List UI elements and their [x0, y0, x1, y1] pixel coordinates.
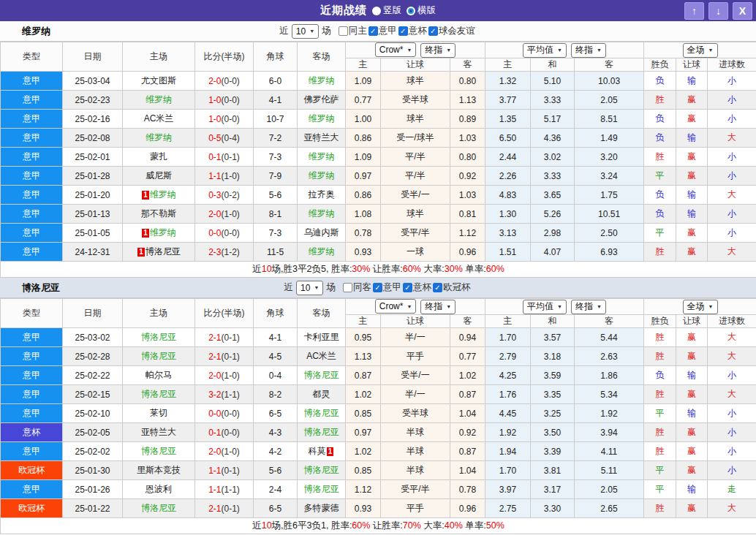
home-team: 亚特兰大 [123, 423, 195, 442]
odds-final-select[interactable]: 终指▼ [420, 43, 456, 58]
team-section-verona: 维罗纳 近 10 ▼ 场 同主✓意甲✓意杯✓球会友谊 类型日期主场比分(半场)角… [0, 21, 756, 278]
col-header-2: 主场 [123, 299, 195, 328]
match-type-badge: 意甲 [1, 129, 63, 148]
match-date: 25-02-01 [63, 148, 123, 167]
result-outcome: 负 [644, 129, 676, 148]
avg-home: 2.75 [485, 499, 531, 518]
avg-source-select[interactable]: 平均值▼ [523, 300, 567, 314]
team-label: 拉齐奥 [309, 189, 335, 200]
filter-checkbox[interactable]: 同客 [343, 281, 371, 294]
match-date: 24-12-31 [63, 243, 123, 262]
chevron-down-icon: ▼ [407, 48, 412, 53]
select-value: Crow* [379, 45, 404, 55]
match-type-badge: 意甲 [1, 385, 63, 404]
filter-checkbox[interactable]: ✓球会友谊 [428, 25, 475, 37]
odds-source-select[interactable]: Crow*▼ [375, 42, 417, 57]
filter-controls: 近 10 ▼ 场 同主✓意甲✓意杯✓球会友谊 [279, 24, 476, 39]
radio-vertical-option[interactable]: 竖版 [372, 4, 401, 17]
result-goals: 小 [708, 366, 756, 385]
radio-horizontal-option[interactable]: 横版 [407, 4, 436, 17]
home-team: 博洛尼亚 [123, 385, 195, 404]
avg-away: 2.65 [575, 499, 644, 518]
scope-select[interactable]: 全场▼ [683, 43, 718, 58]
away-team: 博洛尼亚 [298, 423, 346, 442]
odds-home: 0.85 [346, 404, 381, 423]
match-date: 25-01-13 [63, 205, 123, 224]
odds-away: 0.77 [450, 347, 485, 366]
corner-score: 5-6 [254, 186, 298, 205]
table-row: 欧冠杯25-01-22博洛尼亚2-1(0-1)6-5多特蒙德0.93平手0.96… [1, 499, 756, 518]
select-value: Crow* [379, 301, 404, 311]
avg-final-select[interactable]: 终指▼ [571, 43, 606, 58]
move-down-button[interactable]: ↓ [708, 2, 728, 20]
sub-header-avg: 客 [575, 58, 644, 72]
chevron-down-icon: ▼ [597, 304, 602, 309]
odds-handicap: 受平/半 [381, 480, 450, 499]
match-type-badge: 意甲 [1, 72, 63, 91]
corner-score: 6-5 [254, 404, 298, 423]
filter-checkbox[interactable]: ✓意杯 [398, 25, 427, 37]
recent-count-select[interactable]: 10 ▼ [292, 24, 319, 39]
checkbox-icon [343, 283, 352, 292]
result-goals: 小 [708, 461, 756, 480]
sub-header-avg: 主 [485, 58, 531, 72]
odds-away: 0.92 [450, 167, 485, 186]
halftime-score: (0-1) [222, 352, 240, 362]
red-card-badge: 1 [137, 248, 145, 257]
checkbox-icon: ✓ [373, 283, 382, 292]
league-filter-checks: 同主✓意甲✓意杯✓球会友谊 [339, 25, 477, 37]
match-date: 25-02-16 [63, 110, 123, 129]
home-team: AC米兰 [123, 110, 195, 129]
avg-home: 3.97 [485, 480, 531, 499]
match-score: 1-1(1-1) [195, 480, 254, 499]
odds-home: 0.95 [346, 328, 381, 347]
away-team: 佛罗伦萨 [298, 91, 346, 110]
scope-select[interactable]: 全场▼ [683, 300, 718, 314]
avg-draw: 3.33 [531, 91, 575, 110]
corner-score: 7-3 [254, 148, 298, 167]
team-label: 帕尔马 [145, 370, 172, 380]
filter-checkbox[interactable]: ✓意甲 [368, 25, 397, 37]
filter-checkbox[interactable]: ✓意甲 [373, 281, 401, 294]
chevron-down-icon: ▼ [708, 304, 714, 309]
matches-table-container: 类型日期主场比分(半场)角球客场Crow*▼终指▼平均值▼终指▼全场▼主让球客主… [0, 298, 756, 534]
checkbox-icon: ✓ [398, 26, 408, 36]
odds-away: 0.87 [450, 385, 485, 404]
filter-checkbox[interactable]: ✓欧冠杯 [433, 281, 471, 294]
checkbox-icon: ✓ [428, 26, 438, 36]
filter-checkbox[interactable]: 同主 [339, 25, 367, 37]
fulltime-score: 1-1 [208, 485, 221, 495]
odds-handicap: 受平/半 [381, 224, 450, 243]
result-handicap: 赢 [676, 328, 708, 347]
home-team: 尤文图斯 [123, 72, 195, 91]
odds-source-select[interactable]: Crow*▼ [375, 299, 417, 314]
result-outcome: 胜 [644, 347, 676, 366]
avg-final-select[interactable]: 终指▼ [571, 300, 606, 314]
close-button[interactable]: X [733, 2, 752, 20]
halftime-score: (0-2) [222, 190, 240, 200]
corner-score: 8-1 [254, 205, 298, 224]
result-handicap: 输 [676, 205, 708, 224]
corner-score: 4-5 [254, 347, 298, 366]
match-date: 25-02-23 [63, 91, 123, 110]
match-type-badge: 意甲 [1, 91, 63, 110]
recent-count-select[interactable]: 10 ▼ [296, 281, 323, 295]
avg-draw: 3.17 [531, 480, 575, 499]
team-label: 维罗纳 [145, 94, 172, 105]
odds-home: 0.87 [346, 366, 381, 385]
summary-segment: 让胜率: [370, 264, 402, 274]
away-team: 多特蒙德 [298, 499, 346, 518]
table-row: 意甲25-02-23维罗纳1-0(0-0)4-1佛罗伦萨0.77受半球1.133… [1, 91, 756, 110]
filter-checkbox[interactable]: ✓意杯 [403, 281, 431, 294]
match-type-badge: 意甲 [1, 347, 63, 366]
odds-handicap: 半球 [381, 423, 450, 442]
odds-final-select[interactable]: 终指▼ [420, 300, 456, 314]
away-team: 拉齐奥 [298, 186, 346, 205]
move-up-button[interactable]: ↑ [684, 2, 704, 20]
match-type-badge: 意甲 [1, 328, 63, 347]
select-value: 平均值 [527, 44, 553, 56]
match-date: 25-02-08 [63, 129, 123, 148]
avg-source-select[interactable]: 平均值▼ [523, 43, 567, 58]
result-handicap: 输 [676, 129, 708, 148]
avg-away: 5.11 [575, 461, 644, 480]
